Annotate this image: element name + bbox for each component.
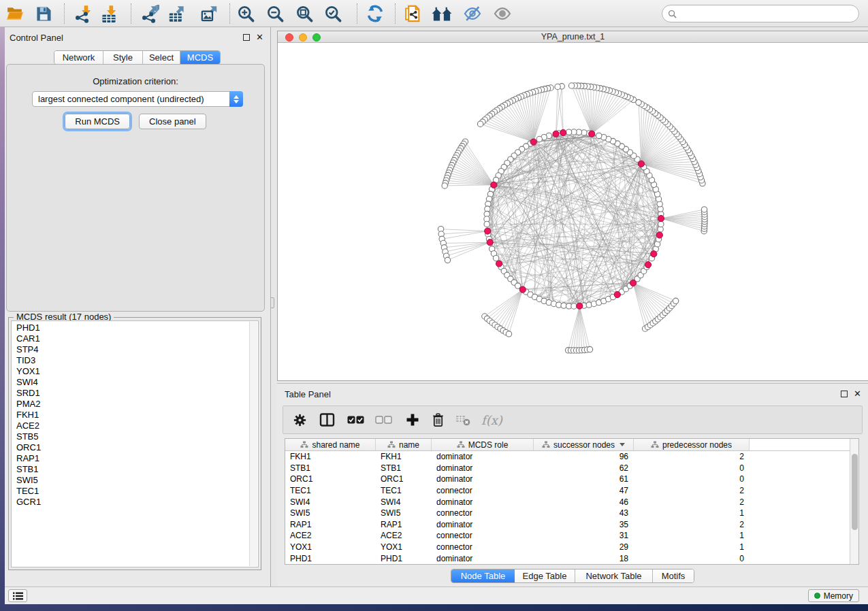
search-field[interactable]	[662, 5, 859, 22]
table-row[interactable]: YOX1YOX1connector291	[285, 542, 858, 553]
table-cell[interactable]: 31	[534, 531, 634, 540]
column-header-MCDS-role[interactable]: MCDS role	[432, 439, 534, 450]
close-panel-icon[interactable]: ✕	[256, 32, 263, 43]
mcds-result-item[interactable]: STB1	[12, 464, 258, 475]
table-cell[interactable]: dominator	[432, 474, 534, 484]
table-cell[interactable]: YOX1	[285, 542, 376, 552]
zoom-selected-icon[interactable]	[321, 2, 344, 25]
table-cell[interactable]: FKH1	[376, 452, 432, 461]
table-row[interactable]: ORC1ORC1dominator610	[285, 474, 858, 485]
show-columns-icon[interactable]	[319, 413, 335, 427]
table-scrollbar[interactable]	[850, 439, 858, 564]
table-cell[interactable]: 2	[634, 452, 750, 461]
table-cell[interactable]: YOX1	[376, 542, 432, 552]
import-network-icon[interactable]	[71, 2, 95, 25]
table-cell[interactable]: SWI4	[376, 497, 432, 507]
table-row[interactable]: TEC1TEC1connector472	[285, 485, 858, 497]
table-cell[interactable]: 29	[534, 542, 634, 552]
tab-mcds[interactable]: MCDS	[180, 51, 220, 64]
table-cell[interactable]: TEC1	[285, 486, 376, 495]
table-cell[interactable]: ORC1	[376, 474, 432, 484]
export-table-icon[interactable]	[165, 2, 188, 25]
table-cell[interactable]: 2	[634, 497, 750, 507]
table-cell[interactable]: 2	[634, 520, 750, 529]
table-cell[interactable]: 35	[534, 520, 634, 529]
refresh-view-icon[interactable]	[364, 2, 387, 25]
zoom-in-icon[interactable]	[234, 2, 257, 25]
delete-column-icon[interactable]	[432, 413, 445, 427]
tab-network-table[interactable]: Network Table	[575, 569, 653, 582]
mcds-result-item[interactable]: SWI5	[12, 475, 258, 486]
mcds-result-item[interactable]: FKH1	[12, 410, 258, 420]
table-cell[interactable]: 1	[634, 542, 750, 552]
table-cell[interactable]: 2	[634, 486, 750, 495]
close-panel-button[interactable]: Close panel	[139, 114, 206, 129]
table-cell[interactable]: FKH1	[285, 452, 376, 461]
tab-edge-table[interactable]: Edge Table	[515, 569, 575, 582]
scrollbar-thumb[interactable]	[852, 454, 858, 530]
table-cell[interactable]: 1	[634, 508, 750, 518]
table-cell[interactable]: ORC1	[285, 474, 376, 484]
import-table-icon[interactable]	[97, 2, 120, 25]
table-cell[interactable]: SWI4	[285, 497, 376, 507]
table-row[interactable]: ACE2ACE2connector311	[285, 530, 858, 542]
list-scrollbar[interactable]	[249, 322, 257, 566]
mcds-result-item[interactable]: STP4	[12, 344, 258, 355]
tab-network[interactable]: Network	[54, 51, 103, 64]
delete-table-icon[interactable]	[455, 413, 470, 427]
network-canvas[interactable]	[278, 43, 868, 380]
table-cell[interactable]: 1	[634, 531, 750, 540]
network-from-selection-icon[interactable]	[401, 2, 424, 25]
table-cell[interactable]: 18	[534, 554, 634, 563]
deselect-all-rows-icon[interactable]	[375, 416, 392, 424]
hide-selected-icon[interactable]	[461, 2, 484, 25]
table-cell[interactable]: connector	[432, 531, 534, 540]
mcds-result-item[interactable]: PHD1	[12, 323, 258, 333]
table-cell[interactable]: SWI5	[285, 508, 376, 518]
table-cell[interactable]: 62	[534, 463, 634, 473]
table-cell[interactable]: 61	[534, 474, 634, 484]
memory-button[interactable]: Memory	[808, 589, 859, 602]
table-cell[interactable]: PHD1	[285, 554, 376, 563]
mcds-result-item[interactable]: SWI4	[12, 377, 258, 388]
mcds-result-item[interactable]: GCR1	[12, 497, 258, 508]
float-window-icon[interactable]	[243, 34, 250, 41]
mcds-result-item[interactable]: YOX1	[12, 366, 258, 377]
run-mcds-button[interactable]: Run MCDS	[65, 114, 130, 129]
tab-select[interactable]: Select	[143, 51, 180, 64]
zoom-fit-icon[interactable]	[293, 2, 316, 25]
table-cell[interactable]: STB1	[285, 463, 376, 473]
tab-node-table[interactable]: Node Table	[451, 569, 515, 582]
criterion-dropdown[interactable]: largest connected component (undirected)	[32, 91, 243, 107]
column-header-predecessor-nodes[interactable]: predecessor nodes	[634, 439, 750, 450]
mcds-result-item[interactable]: STB5	[12, 431, 258, 442]
table-row[interactable]: SWI4SWI4dominator462	[285, 496, 858, 508]
table-cell[interactable]: dominator	[432, 463, 534, 473]
table-cell[interactable]: TEC1	[376, 486, 432, 495]
table-cell[interactable]: 43	[534, 508, 634, 518]
tab-style[interactable]: Style	[103, 51, 143, 64]
table-cell[interactable]: connector	[432, 486, 534, 495]
table-cell[interactable]: ACE2	[376, 531, 432, 540]
zoom-out-icon[interactable]	[263, 2, 287, 25]
table-row[interactable]: SWI5SWI5connector431	[285, 508, 858, 519]
show-all-hidden-icon[interactable]	[491, 2, 514, 25]
table-cell[interactable]: 46	[534, 497, 634, 507]
table-cell[interactable]: ACE2	[285, 531, 376, 540]
network-window-titlebar[interactable]: YPA_prune.txt_1	[278, 31, 868, 43]
table-cell[interactable]: 0	[634, 474, 750, 484]
table-cell[interactable]: SWI5	[376, 508, 432, 518]
table-row[interactable]: RAP1RAP1dominator352	[285, 519, 858, 531]
float-table-panel-icon[interactable]	[841, 391, 848, 397]
table-cell[interactable]: connector	[432, 542, 534, 552]
table-cell[interactable]: dominator	[432, 520, 534, 529]
export-image-icon[interactable]	[197, 2, 221, 25]
mcds-result-item[interactable]: CAR1	[12, 333, 258, 344]
mcds-result-item[interactable]: TEC1	[12, 486, 258, 497]
save-session-icon[interactable]	[32, 2, 55, 25]
table-cell[interactable]: dominator	[432, 554, 534, 563]
table-row[interactable]: STB1STB1dominator620	[285, 463, 858, 474]
column-header-name[interactable]: name	[376, 439, 432, 450]
table-cell[interactable]: 96	[534, 452, 634, 461]
table-cell[interactable]: RAP1	[376, 520, 432, 529]
